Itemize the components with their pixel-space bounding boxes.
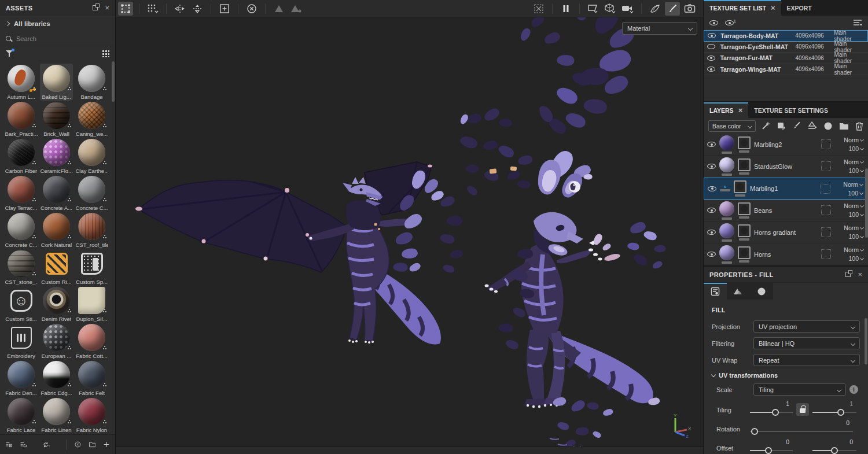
close-icon[interactable]: ×: [858, 271, 862, 278]
offset-x-slider[interactable]: [750, 447, 793, 454]
layer-thumbnail[interactable]: [719, 135, 734, 150]
viewport-3d[interactable]: Material: [116, 0, 703, 454]
asset-item[interactable]: Denim Rivet: [40, 286, 73, 323]
filtering-dropdown[interactable]: Bilinear | HQ: [753, 337, 860, 349]
scale-dropdown[interactable]: Tiling: [753, 383, 846, 396]
asset-item[interactable]: Fabric Felt: [75, 360, 108, 397]
layer-thumbnail[interactable]: [719, 223, 734, 238]
tiling-x-value[interactable]: 1: [786, 400, 793, 407]
texture-set-row[interactable]: Tarragon-Body-MAT 4096x4096 Main shader: [704, 30, 868, 42]
tiling-lock-button[interactable]: [796, 403, 809, 416]
visibility-eye-icon[interactable]: [707, 230, 716, 235]
channel-dropdown[interactable]: Base color: [708, 120, 756, 132]
asset-item[interactable]: European ...: [40, 323, 73, 360]
asset-item[interactable]: Fabric Den...: [5, 360, 38, 397]
asset-item[interactable]: Fabric Nylon: [75, 397, 108, 434]
tiling-x-slider[interactable]: [750, 409, 793, 416]
tab-material[interactable]: [750, 283, 773, 300]
layer-mask-thumbnail[interactable]: [734, 180, 746, 193]
asset-item[interactable]: Fabric Edg...: [40, 360, 73, 397]
asset-item[interactable]: Bandage: [75, 64, 108, 101]
assets-scrollbar[interactable]: [112, 61, 115, 102]
visibility-eye-icon[interactable]: [707, 44, 715, 49]
layer-row[interactable]: Horns Norm 100: [704, 243, 868, 265]
layer-thumbnail[interactable]: [719, 245, 734, 260]
display-mode-icon[interactable]: [586, 2, 601, 16]
paint-brush-icon[interactable]: [665, 2, 680, 16]
particles-icon[interactable]: [648, 2, 663, 16]
asset-item-selected[interactable]: Baked Lig...: [40, 64, 73, 101]
layer-mask-thumbnail[interactable]: [738, 136, 751, 149]
collection-folder-icon[interactable]: [20, 440, 27, 449]
texture-set-row[interactable]: Tarragon-Wings-MAT 4096x4096 Main shader: [704, 64, 868, 76]
texture-set-row[interactable]: Tarragon-Fur-MAT 4096x4096 Main shader: [704, 53, 868, 64]
layer-row-selected[interactable]: Marbling1 Norm 100: [704, 178, 868, 200]
asset-item[interactable]: Fabric Lace: [5, 397, 38, 434]
layer-thumbnail[interactable]: [719, 201, 734, 216]
visibility-eye-icon[interactable]: [707, 164, 716, 169]
filter-funnel-icon[interactable]: [6, 50, 13, 57]
layer-row[interactable]: Beans Norm 100: [704, 200, 868, 222]
asset-item[interactable]: ☺ Custom Sti...: [5, 286, 38, 323]
properties-scrollbar[interactable]: [865, 318, 867, 364]
layer-mask-thumbnail[interactable]: [738, 158, 751, 171]
offset-x-value[interactable]: 0: [786, 438, 793, 445]
rotation-value[interactable]: 0: [846, 419, 853, 426]
tab-export[interactable]: EXPORT: [781, 0, 818, 16]
stencil-grid-icon[interactable]: [145, 2, 160, 16]
visibility-eye-icon[interactable]: [708, 186, 716, 191]
asset-item[interactable]: Dupion_Sil...: [75, 286, 108, 323]
blend-mode-dropdown[interactable]: Norm: [843, 181, 863, 188]
close-icon[interactable]: ×: [105, 4, 109, 12]
pause-icon[interactable]: [558, 2, 573, 16]
opacity-dropdown[interactable]: 100: [848, 233, 863, 240]
delete-layer-icon[interactable]: [855, 121, 863, 131]
folder-icon[interactable]: [89, 440, 95, 449]
visibility-eye-icon[interactable]: [707, 142, 716, 147]
blend-mode-dropdown[interactable]: Norm: [844, 202, 863, 209]
offset-y-slider[interactable]: [812, 447, 856, 454]
asset-search[interactable]: Search: [0, 31, 115, 46]
asset-item[interactable]: Brick_Wall: [40, 101, 73, 138]
mesh-mode-icon[interactable]: [603, 2, 618, 16]
add-list-icon[interactable]: [6, 440, 12, 449]
tab-texture-set-settings[interactable]: TEXTURE SET SETTINGS: [748, 102, 834, 118]
asset-item[interactable]: Concrete C...: [5, 212, 38, 249]
layer-row[interactable]: Horns gradiant Norm 100: [704, 222, 868, 243]
add-effect-icon[interactable]: [761, 121, 770, 131]
viewport-3d-scene[interactable]: [116, 0, 703, 454]
viewport-display-dropdown[interactable]: Material: [622, 22, 697, 35]
info-icon[interactable]: i: [849, 385, 858, 394]
texture-set-row[interactable]: Tarragon-EyeShell-MAT 4096x4096 Main sha…: [704, 42, 868, 53]
add-paint-layer-icon[interactable]: [792, 121, 801, 130]
visibility-eye-icon[interactable]: [707, 252, 716, 257]
asset-item[interactable]: Concrete A...: [40, 175, 73, 212]
asset-item[interactable]: Custom Ri...: [40, 249, 73, 286]
axis-gizmo[interactable]: Y X Z: [667, 412, 694, 438]
visibility-eye-icon[interactable]: [707, 56, 715, 61]
blend-mode-dropdown[interactable]: Norm: [844, 224, 863, 231]
opacity-dropdown[interactable]: 100: [848, 211, 863, 218]
tiling-y-value[interactable]: 1: [849, 400, 856, 407]
asset-item[interactable]: CeramicFlo...: [40, 138, 73, 175]
projection-dropdown[interactable]: UV projection: [753, 320, 860, 333]
clear-session-icon[interactable]: [75, 440, 81, 449]
close-icon[interactable]: ×: [738, 106, 743, 114]
blend-mode-dropdown[interactable]: Norm: [844, 158, 863, 165]
visibility-eye-icon[interactable]: [708, 33, 716, 38]
asset-item[interactable]: Bark_Practi...: [5, 101, 38, 138]
symmetry-off-icon[interactable]: [244, 2, 259, 16]
asset-item[interactable]: Carbon Fiber: [5, 138, 38, 175]
camera-mode-icon[interactable]: [620, 2, 635, 16]
sync-icon[interactable]: [43, 440, 50, 449]
asset-item[interactable]: Cork Natural: [40, 212, 73, 249]
toggle-all-visibility-icon[interactable]: [709, 20, 718, 25]
visibility-eye-icon[interactable]: [707, 67, 715, 72]
add-smart-material-icon[interactable]: [823, 121, 833, 131]
opacity-dropdown[interactable]: 100: [848, 145, 863, 152]
layers-scrollbar[interactable]: [865, 168, 868, 238]
blend-mode-dropdown[interactable]: Norm: [844, 246, 863, 253]
asset-item[interactable]: Fabric Cott...: [75, 323, 108, 360]
asset-item[interactable]: Caning_we...: [75, 101, 108, 138]
add-folder-icon[interactable]: [839, 122, 849, 130]
